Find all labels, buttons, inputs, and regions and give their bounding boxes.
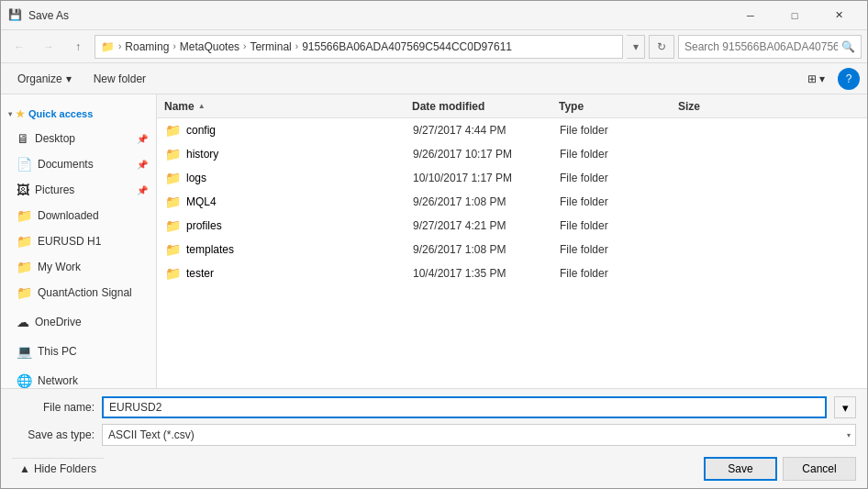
pictures-icon: 🖼 xyxy=(17,183,29,197)
main-content: ▾ ★ Quick access 🖥 Desktop 📌 📄 Documents… xyxy=(1,94,867,388)
sidebar-item-network-label: Network xyxy=(38,374,78,387)
file-name-cell: 📁 logs xyxy=(165,171,413,185)
path-metaquotes[interactable]: MetaQuotes xyxy=(180,40,239,53)
table-row[interactable]: 📁 history 9/26/2017 10:17 PM File folder xyxy=(157,142,867,166)
col-size-label: Size xyxy=(678,100,700,113)
file-date-cell: 9/26/2017 1:08 PM xyxy=(413,243,560,256)
window-icon: 💾 xyxy=(8,8,23,23)
folder-icon: 📁 xyxy=(165,171,181,185)
refresh-button[interactable]: ↻ xyxy=(649,35,674,59)
dialog-buttons: Save Cancel xyxy=(704,457,856,481)
search-icon: 🔍 xyxy=(841,40,855,53)
sidebar-item-mywork-label: My Work xyxy=(38,261,81,273)
file-name-text: templates xyxy=(186,243,234,256)
cancel-button[interactable]: Cancel xyxy=(783,457,856,481)
filename-label: File name: xyxy=(12,401,95,414)
forward-button[interactable]: → xyxy=(36,34,61,60)
sidebar-item-documents[interactable]: 📄 Documents 📌 xyxy=(1,151,156,177)
file-type-cell: File folder xyxy=(560,124,679,137)
path-terminal[interactable]: Terminal xyxy=(250,40,291,53)
network-section: 🌐 Network xyxy=(1,368,156,388)
sidebar-item-onedrive[interactable]: ☁ OneDrive xyxy=(1,309,156,335)
sidebar-item-onedrive-label: OneDrive xyxy=(35,316,82,328)
toolbar: Organize ▾ New folder ⊞ ▾ ? xyxy=(1,63,867,94)
view-button[interactable]: ⊞ ▾ xyxy=(798,67,834,91)
table-row[interactable]: 📁 logs 10/10/2017 1:17 PM File folder xyxy=(157,166,867,190)
table-row[interactable]: 📁 profiles 9/27/2017 4:21 PM File folder xyxy=(157,214,867,238)
file-name-cell: 📁 profiles xyxy=(165,218,413,233)
sort-icon: ▲ xyxy=(198,102,206,110)
up-button[interactable]: ↑ xyxy=(65,34,91,60)
sidebar-item-thispc[interactable]: 💻 This PC xyxy=(1,339,156,364)
pin-icon: 📌 xyxy=(137,134,148,144)
file-type-cell: File folder xyxy=(560,267,679,280)
network-icon: 🌐 xyxy=(17,373,32,388)
col-date-header[interactable]: Date modified xyxy=(412,100,559,113)
file-date-cell: 9/27/2017 4:21 PM xyxy=(413,219,560,232)
maximize-button[interactable]: □ xyxy=(773,1,816,30)
sidebar-item-mywork[interactable]: 📁 My Work xyxy=(1,254,156,280)
search-box[interactable]: 🔍 xyxy=(678,35,862,59)
quick-access-header[interactable]: ▾ ★ Quick access xyxy=(1,102,156,126)
col-name-header[interactable]: Name ▲ xyxy=(164,100,412,113)
table-row[interactable]: 📁 MQL4 9/26/2017 1:08 PM File folder xyxy=(157,190,867,214)
path-hash[interactable]: 915566BA06ADA407569C544CC0D97611 xyxy=(302,40,512,53)
downloaded-folder-icon: 📁 xyxy=(17,208,32,223)
quantaction-folder-icon: 📁 xyxy=(17,285,32,300)
filename-dropdown-button[interactable]: ▾ xyxy=(834,396,856,418)
file-name-cell: 📁 history xyxy=(165,147,413,161)
bottom-footer: ▲ Hide Folders Save Cancel xyxy=(12,451,856,481)
folder-icon: 📁 xyxy=(165,266,181,281)
sidebar: ▾ ★ Quick access 🖥 Desktop 📌 📄 Documents… xyxy=(1,94,157,388)
folder-icon: 📁 xyxy=(165,123,181,138)
file-name-text: config xyxy=(186,124,216,137)
path-roaming[interactable]: Roaming xyxy=(125,40,169,53)
file-date-cell: 9/26/2017 1:08 PM xyxy=(413,195,560,208)
thispc-icon: 💻 xyxy=(17,344,32,359)
file-list-header: Name ▲ Date modified Type Size xyxy=(157,94,867,118)
bottom-panel: File name: ▾ Save as type: ASCII Text (*… xyxy=(1,388,867,488)
hide-folders-button[interactable]: ▲ Hide Folders xyxy=(12,458,104,479)
pin-icon-pics: 📌 xyxy=(137,185,148,195)
file-date-cell: 9/27/2017 4:44 PM xyxy=(413,124,560,137)
filetype-select[interactable]: ASCII Text (*.csv) xyxy=(102,424,856,446)
table-row[interactable]: 📁 config 9/27/2017 4:44 PM File folder xyxy=(157,118,867,142)
mywork-folder-icon: 📁 xyxy=(17,260,32,274)
sidebar-item-thispc-label: This PC xyxy=(38,345,77,358)
sidebar-item-quantaction[interactable]: 📁 QuantAction Signal xyxy=(1,280,156,306)
filename-input[interactable] xyxy=(102,396,827,418)
sidebar-item-downloaded[interactable]: 📁 Downloaded xyxy=(1,203,156,228)
close-button[interactable]: ✕ xyxy=(818,1,860,30)
file-type-cell: File folder xyxy=(560,172,679,184)
sidebar-item-eurusd[interactable]: 📁 EURUSD H1 xyxy=(1,228,156,254)
organize-button[interactable]: Organize ▾ xyxy=(8,67,81,91)
minimize-button[interactable]: ─ xyxy=(729,1,772,30)
table-row[interactable]: 📁 tester 10/4/2017 1:35 PM File folder xyxy=(157,261,867,285)
sidebar-item-desktop-label: Desktop xyxy=(35,132,75,145)
organize-chevron-icon: ▾ xyxy=(66,72,72,85)
search-input[interactable] xyxy=(684,40,838,53)
file-name-cell: 📁 tester xyxy=(165,266,413,281)
sidebar-item-network[interactable]: 🌐 Network xyxy=(1,368,156,388)
back-button[interactable]: ← xyxy=(6,34,32,60)
quick-access-chevron: ▾ xyxy=(8,110,12,118)
folder-icon: 📁 xyxy=(165,218,181,233)
col-type-header[interactable]: Type xyxy=(559,100,678,113)
help-button[interactable]: ? xyxy=(838,68,860,90)
file-date-cell: 9/26/2017 10:17 PM xyxy=(413,148,560,161)
table-row[interactable]: 📁 templates 9/26/2017 1:08 PM File folde… xyxy=(157,238,867,261)
col-size-header[interactable]: Size xyxy=(678,100,860,113)
file-type-cell: File folder xyxy=(560,243,679,256)
address-path[interactable]: 📁 › Roaming › MetaQuotes › Terminal › 91… xyxy=(95,35,623,59)
sidebar-item-quantaction-label: QuantAction Signal xyxy=(38,286,132,299)
sidebar-item-desktop[interactable]: 🖥 Desktop 📌 xyxy=(1,126,156,151)
eurusd-folder-icon: 📁 xyxy=(17,234,32,249)
save-button[interactable]: Save xyxy=(704,457,777,481)
sidebar-item-pictures[interactable]: 🖼 Pictures 📌 xyxy=(1,177,156,203)
new-folder-button[interactable]: New folder xyxy=(84,67,155,91)
sidebar-item-documents-label: Documents xyxy=(38,158,94,171)
file-name-text: logs xyxy=(186,172,206,184)
address-dropdown[interactable]: ▾ xyxy=(627,35,645,59)
onedrive-icon: ☁ xyxy=(17,315,29,329)
file-date-cell: 10/4/2017 1:35 PM xyxy=(413,267,560,280)
